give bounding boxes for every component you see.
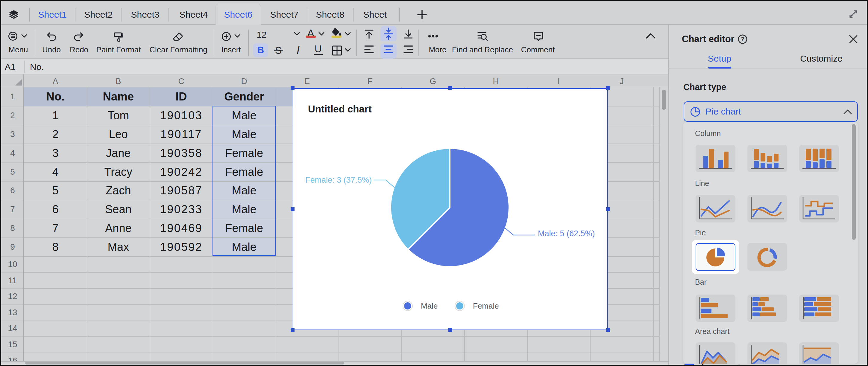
- svg-text:?: ?: [741, 36, 744, 42]
